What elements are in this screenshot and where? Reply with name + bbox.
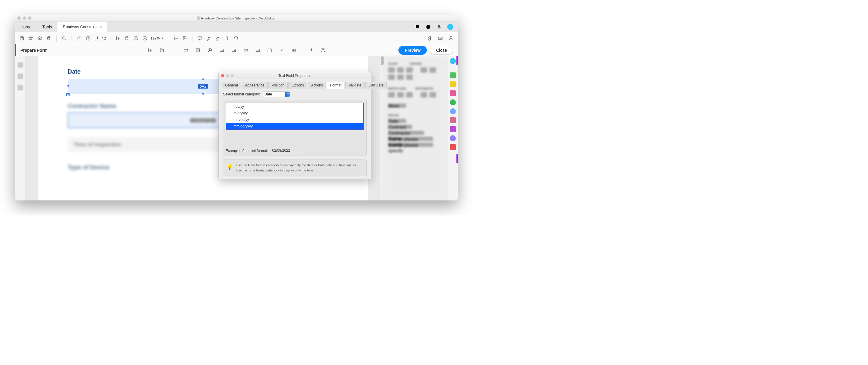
svg-text:OK: OK <box>245 49 247 51</box>
rail-tool-3[interactable] <box>450 81 456 87</box>
rail-tool-5[interactable] <box>450 99 456 105</box>
undo-icon[interactable] <box>232 35 239 42</box>
dtab-appearance[interactable]: Appearance <box>242 82 268 89</box>
traffic-lights[interactable] <box>18 16 31 20</box>
help-tool-icon[interactable] <box>320 47 326 54</box>
bell-icon[interactable] <box>436 24 442 30</box>
right-panel: ALIGN CENTER MATCH SIZE DISTRIBUTE More … <box>384 56 447 200</box>
svg-point-17 <box>209 49 211 51</box>
highlight-icon[interactable] <box>206 35 212 42</box>
fit-page-icon[interactable] <box>181 35 188 42</box>
rail-tool-4[interactable] <box>450 90 456 96</box>
date-opt-2[interactable]: mm/dd/yy <box>226 117 363 123</box>
dtab-validate[interactable]: Validate <box>345 82 365 89</box>
device-icon[interactable] <box>415 24 420 30</box>
date-opt-3[interactable]: mm/dd/yyyy <box>226 123 363 130</box>
page-total: 2 <box>104 36 106 40</box>
tab-document[interactable]: Roadway Constru... × <box>58 22 107 32</box>
dtab-actions[interactable]: Actions <box>308 82 326 89</box>
zoom-out-icon[interactable] <box>133 35 139 42</box>
hand-tool-icon[interactable] <box>124 35 130 42</box>
button-icon[interactable]: OK <box>243 47 249 54</box>
dtab-general[interactable]: General <box>222 82 241 89</box>
link-icon[interactable] <box>426 35 433 42</box>
cloud-upload-icon[interactable] <box>36 35 43 42</box>
window-title: Roadway Construction Site Inspection Che… <box>201 16 277 20</box>
dtab-format[interactable]: Format <box>327 82 345 89</box>
preview-button[interactable]: Preview <box>398 46 427 55</box>
save-icon[interactable] <box>19 35 25 42</box>
help-icon[interactable] <box>426 24 431 30</box>
text-tool-icon[interactable] <box>170 47 177 54</box>
rail-tool-7[interactable] <box>450 117 456 123</box>
rail-tool-8[interactable] <box>450 126 456 132</box>
zoom-in-icon[interactable] <box>142 35 148 42</box>
checkbox-icon[interactable] <box>194 47 201 54</box>
svg-rect-18 <box>220 49 224 52</box>
zoom-level[interactable]: 117% ▼ <box>151 36 164 40</box>
tab-home[interactable]: Home <box>15 22 37 32</box>
example-value: 02/08/2022 <box>271 148 299 153</box>
top-tabs: Home Tools Roadway Constru... × <box>15 22 458 32</box>
edit-tool-icon[interactable] <box>159 47 165 54</box>
right-rail <box>447 56 458 200</box>
format-category-select[interactable]: Date <box>263 92 290 97</box>
dtab-position[interactable]: Position <box>268 82 288 89</box>
pointer-tool-icon[interactable] <box>147 47 153 54</box>
svg-rect-4 <box>48 39 50 40</box>
page-indicator: / 2 <box>94 36 106 40</box>
page-current-input[interactable] <box>94 36 100 40</box>
tab-close-icon[interactable]: × <box>99 25 102 29</box>
left-rail <box>15 56 26 200</box>
select-tool-icon[interactable] <box>115 35 121 42</box>
page-up-icon[interactable] <box>76 35 83 42</box>
tab-tools[interactable]: Tools <box>37 22 58 32</box>
delete-icon[interactable] <box>224 35 230 42</box>
date-field-icon[interactable] <box>267 47 273 54</box>
star-icon[interactable] <box>28 35 34 42</box>
user-icon[interactable] <box>448 35 454 42</box>
dropdown-icon[interactable] <box>230 47 237 54</box>
pin-icon[interactable] <box>308 47 314 54</box>
fit-width-icon[interactable] <box>173 35 179 42</box>
page-down-icon[interactable] <box>85 35 92 42</box>
radio-icon[interactable] <box>207 47 213 54</box>
signature-icon[interactable] <box>278 47 285 54</box>
doc-icon <box>197 16 199 20</box>
date-opt-0[interactable]: m/d/yy <box>226 103 363 110</box>
rail-icon-1[interactable] <box>18 62 23 68</box>
prepare-label: Prepare Form <box>16 48 52 53</box>
svg-rect-24 <box>268 49 272 52</box>
date-opt-1[interactable]: m/d/yyyy <box>226 110 363 117</box>
erase-icon[interactable] <box>215 35 221 42</box>
find-icon[interactable] <box>61 35 67 42</box>
avatar[interactable] <box>447 24 453 30</box>
rail-icon-3[interactable] <box>18 85 23 90</box>
rail-tool-6[interactable] <box>450 108 456 114</box>
svg-rect-12 <box>438 37 442 39</box>
vertical-scrollbar[interactable] <box>380 56 384 200</box>
app-window: Roadway Construction Site Inspection Che… <box>15 15 458 200</box>
close-prepare-button[interactable]: Close <box>430 46 453 55</box>
barcode-icon[interactable] <box>290 47 297 54</box>
dtab-options[interactable]: Options <box>288 82 307 89</box>
image-field-icon[interactable] <box>254 47 261 54</box>
rail-tool-10[interactable] <box>450 144 456 150</box>
dtab-calculate[interactable]: Calculate <box>365 82 387 89</box>
svg-point-13 <box>450 36 452 38</box>
rail-tool-9[interactable] <box>450 135 456 141</box>
rail-tool-1[interactable] <box>450 58 456 64</box>
format-category-label: Select format category: <box>223 92 260 96</box>
rail-icon-2[interactable] <box>18 74 23 79</box>
dialog-titlebar[interactable]: Text Field Properties <box>219 72 371 79</box>
format-hint: 💡 Use the Date format category to displa… <box>223 160 367 176</box>
mail-icon[interactable] <box>437 35 443 42</box>
tab-document-label: Roadway Constru... <box>63 25 97 29</box>
textfield-icon[interactable] <box>183 47 189 54</box>
svg-rect-11 <box>198 36 202 39</box>
date-format-listbox[interactable]: m/d/yy m/d/yyyy mm/dd/yy mm/dd/yyyy <box>226 103 364 130</box>
comment-icon[interactable] <box>197 35 203 42</box>
listbox-icon[interactable] <box>218 47 225 54</box>
rail-tool-2[interactable] <box>450 72 456 78</box>
print-icon[interactable] <box>45 35 52 42</box>
